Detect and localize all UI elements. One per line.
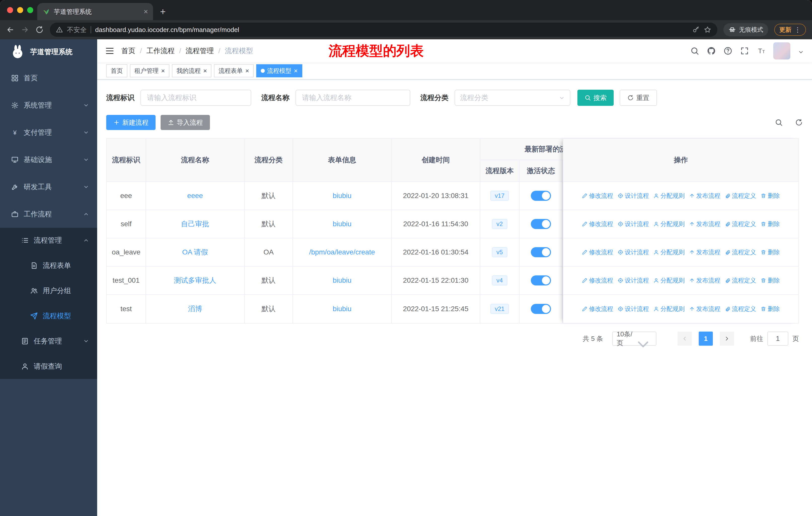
minimize-window-button[interactable] [17,7,23,13]
assign-rule-link[interactable]: 分配规则 [654,276,685,284]
delete-link[interactable]: 删除 [761,276,780,284]
design-process-link[interactable]: 设计流程 [618,248,649,256]
status-toggle[interactable] [531,219,551,229]
close-window-button[interactable] [7,7,13,13]
design-process-link[interactable]: 设计流程 [618,220,649,228]
table-refresh-icon[interactable] [795,118,803,127]
tab-close-icon[interactable]: × [294,67,298,74]
publish-process-link[interactable]: 发布流程 [689,248,720,256]
form-info-link[interactable]: biubiu [333,305,352,313]
status-toggle[interactable] [531,275,551,286]
back-icon[interactable] [6,25,14,34]
form-info-link[interactable]: biubiu [333,192,352,200]
delete-link[interactable]: 删除 [761,305,780,313]
process-name-input[interactable] [295,90,410,106]
delete-link[interactable]: 删除 [761,192,780,200]
delete-link[interactable]: 删除 [761,248,780,256]
forward-icon[interactable] [21,25,29,34]
fullscreen-icon[interactable] [740,46,749,55]
browser-tab[interactable]: 芋道管理系统 × [37,3,153,20]
reset-button[interactable]: 重置 [620,90,657,106]
form-info-link[interactable]: /bpm/oa/leave/create [309,248,375,256]
goto-page-input[interactable] [767,332,788,346]
modify-process-link[interactable]: 修改流程 [582,248,613,256]
assign-rule-link[interactable]: 分配规则 [654,192,685,200]
sidebar-item[interactable]: 用户分组 [0,278,97,303]
view-tab[interactable]: 我的流程 × [172,64,211,77]
update-button[interactable]: 更新 ⋮ [774,24,806,36]
publish-process-link[interactable]: 发布流程 [689,305,720,313]
status-toggle[interactable] [531,247,551,257]
sidebar-item[interactable]: 研发工具 [0,173,97,200]
process-name-link[interactable]: OA 请假 [182,247,208,257]
maximize-window-button[interactable] [27,7,33,13]
publish-process-link[interactable]: 发布流程 [689,192,720,200]
publish-process-link[interactable]: 发布流程 [689,220,720,228]
prev-page-button[interactable] [677,332,692,346]
avatar-caret-down-icon[interactable] [798,48,804,54]
publish-process-link[interactable]: 发布流程 [689,276,720,284]
form-info-link[interactable]: biubiu [333,276,352,284]
process-name-link[interactable]: 滔博 [188,304,202,314]
sidebar-item[interactable]: 任务管理 [0,329,97,354]
process-category-select[interactable]: 流程分类 [455,90,570,106]
breadcrumb-item[interactable]: 首页 [121,46,136,56]
sidebar-item[interactable]: 基础设施 [0,146,97,173]
design-process-link[interactable]: 设计流程 [618,305,649,313]
modify-process-link[interactable]: 修改流程 [582,192,613,200]
browser-menu-icon[interactable]: ⋮ [794,26,801,34]
header-search-icon[interactable] [690,46,699,55]
sidebar-item[interactable]: 请假查询 [0,354,97,379]
view-tab[interactable]: 首页 [106,64,127,77]
sidebar-item[interactable]: 流程模型 [0,303,97,329]
view-tab[interactable]: 流程模型 × [256,64,302,77]
table-search-icon[interactable] [775,118,783,127]
modify-process-link[interactable]: 修改流程 [582,276,613,284]
process-key-input[interactable] [141,90,251,106]
sidebar-item[interactable]: 系统管理 [0,92,97,119]
design-process-link[interactable]: 设计流程 [618,192,649,200]
process-name-link[interactable]: eeee [187,192,203,200]
status-toggle[interactable] [531,191,551,201]
design-process-link[interactable]: 设计流程 [618,276,649,284]
sidebar-item[interactable]: 流程表单 [0,253,97,278]
sidebar-toggle-icon[interactable] [105,46,114,55]
tab-close-icon[interactable]: × [203,67,207,74]
tab-close-icon[interactable]: × [245,67,249,74]
help-icon[interactable] [723,46,732,55]
assign-rule-link[interactable]: 分配规则 [654,220,685,228]
process-definition-link[interactable]: 流程定义 [725,248,756,256]
font-size-icon[interactable]: TT [757,46,766,55]
view-tab[interactable]: 租户管理 × [130,64,169,77]
bookmark-star-icon[interactable] [704,26,711,33]
process-definition-link[interactable]: 流程定义 [725,220,756,228]
process-definition-link[interactable]: 流程定义 [725,305,756,313]
github-icon[interactable] [707,46,716,55]
sidebar-item[interactable]: 流程管理 [0,228,97,253]
breadcrumb-item[interactable]: 流程管理 [186,46,214,56]
process-definition-link[interactable]: 流程定义 [725,276,756,284]
view-tab[interactable]: 流程表单 × [214,64,254,77]
assign-rule-link[interactable]: 分配规则 [654,305,685,313]
sidebar-item[interactable]: 首页 [0,64,97,92]
sidebar-item[interactable]: ¥ 支付管理 [0,119,97,146]
page-1-button[interactable]: 1 [699,332,713,346]
tab-close-icon[interactable]: × [161,67,165,74]
new-tab-button[interactable]: + [160,6,166,17]
status-toggle[interactable] [531,304,551,314]
sidebar-item[interactable]: 工作流程 [0,200,97,228]
search-button[interactable]: 搜索 [577,90,614,106]
address-bar[interactable]: 不安全 dashboard.yudao.iocoder.cn/bpm/manag… [50,23,717,37]
breadcrumb-item[interactable]: 工作流程 [146,46,175,56]
modify-process-link[interactable]: 修改流程 [582,305,613,313]
process-name-link[interactable]: 测试多审批人 [174,276,216,285]
process-definition-link[interactable]: 流程定义 [725,192,756,200]
form-info-link[interactable]: biubiu [333,220,352,228]
import-process-button[interactable]: 导入流程 [161,115,210,130]
user-avatar[interactable] [773,42,790,59]
reload-icon[interactable] [35,25,44,34]
password-key-icon[interactable] [692,26,700,33]
next-page-button[interactable] [720,332,734,346]
tab-close-icon[interactable]: × [143,7,148,16]
delete-link[interactable]: 删除 [761,220,780,228]
